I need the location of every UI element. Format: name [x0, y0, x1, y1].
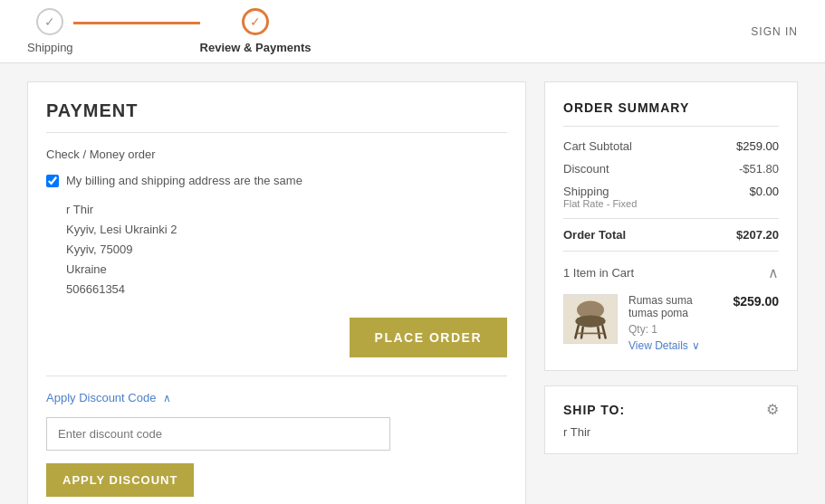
billing-checkbox-label: My billing and shipping address are the …: [66, 174, 302, 187]
cart-item-qty: Qty: 1: [628, 323, 722, 336]
address-country: Ukraine: [66, 260, 507, 280]
discount-label: Discount: [563, 162, 609, 176]
gear-icon[interactable]: ⚙: [766, 401, 779, 418]
divider-1: [46, 132, 507, 133]
right-panel: ORDER SUMMARY Cart Subtotal $259.00 Disc…: [544, 81, 798, 504]
step1-circle: ✓: [36, 8, 63, 35]
items-in-cart-label: 1 Item in Cart: [563, 266, 634, 280]
svg-line-2: [575, 326, 578, 338]
sign-in-link[interactable]: SIGN IN: [751, 25, 798, 38]
shipping-label-block: Shipping Flat Rate - Fixed: [563, 185, 637, 209]
cart-item-info: Rumas suma tumas poma Qty: 1 View Detail…: [628, 294, 722, 352]
payment-method-label: Check / Money order: [46, 147, 507, 161]
cart-subtotal-row: Cart Subtotal $259.00: [563, 139, 779, 153]
cart-items-section: 1 Item in Cart ∧: [563, 251, 779, 352]
step-connector: [73, 22, 200, 24]
ship-to-header: SHIP TO: ⚙: [563, 401, 779, 418]
chevron-up-cart-icon: ∧: [768, 264, 779, 281]
cart-item-price: $259.00: [733, 294, 779, 309]
step2-label: Review & Payments: [200, 41, 312, 54]
step-review: ✓ Review & Payments: [200, 8, 312, 54]
svg-line-4: [581, 327, 583, 338]
discount-row: Discount -$51.80: [563, 162, 779, 176]
shipping-sub-label: Flat Rate - Fixed: [563, 198, 637, 209]
step-shipping: ✓ Shipping: [27, 8, 73, 54]
checkmark-active-icon: ✓: [250, 14, 261, 29]
address-block: r Thir Kyyiv, Lesi Ukrainki 2 Kyyiv, 750…: [66, 200, 507, 300]
view-details-link[interactable]: View Details ∨: [628, 339, 722, 352]
shipping-value: $0.00: [749, 185, 779, 198]
svg-point-1: [575, 315, 605, 327]
apply-discount-button[interactable]: APPLY DISCOUNT: [46, 463, 194, 497]
order-total-row: Order Total $207.20: [563, 218, 779, 242]
cart-subtotal-value: $259.00: [736, 139, 779, 153]
billing-checkbox-row: My billing and shipping address are the …: [46, 174, 507, 187]
discount-section: Apply Discount Code ∧ APPLY DISCOUNT: [46, 376, 507, 497]
ship-to-name: r Thir: [563, 425, 779, 439]
cart-item-name: Rumas suma tumas poma: [628, 294, 722, 319]
address-name: r Thir: [66, 200, 507, 220]
discount-code-input[interactable]: [46, 417, 390, 451]
address-city: Kyyiv, 75009: [66, 240, 507, 260]
ship-to-title: SHIP TO:: [563, 403, 625, 417]
cart-item: Rumas suma tumas poma Qty: 1 View Detail…: [563, 294, 779, 352]
address-street: Kyyiv, Lesi Ukrainki 2: [66, 220, 507, 240]
shipping-row: Shipping Flat Rate - Fixed $0.00: [563, 185, 779, 209]
place-order-button[interactable]: PLACE ORDER: [350, 318, 507, 357]
view-details-label: View Details: [628, 339, 688, 352]
discount-toggle-label: Apply Discount Code: [46, 391, 156, 404]
top-bar: ✓ Shipping ✓ Review & Payments SIGN IN: [0, 0, 825, 63]
svg-line-3: [602, 326, 605, 338]
cart-item-image: [563, 294, 618, 344]
discount-value: -$51.80: [739, 162, 779, 176]
main-container: PAYMENT Check / Money order My billing a…: [0, 63, 825, 504]
order-summary-title: ORDER SUMMARY: [563, 100, 779, 127]
place-order-row: PLACE ORDER: [46, 318, 507, 357]
billing-checkbox[interactable]: [46, 175, 59, 187]
chevron-up-icon: ∧: [163, 392, 171, 404]
shipping-label: Shipping: [563, 185, 609, 198]
left-panel: PAYMENT Check / Money order My billing a…: [27, 81, 526, 504]
order-total-value: $207.20: [736, 228, 779, 242]
chevron-down-icon: ∨: [692, 339, 700, 352]
chair-svg: [568, 298, 613, 341]
discount-toggle-row[interactable]: Apply Discount Code ∧: [46, 391, 507, 404]
step2-circle: ✓: [242, 8, 269, 35]
ship-to-box: SHIP TO: ⚙ r Thir: [544, 385, 798, 454]
cart-subtotal-label: Cart Subtotal: [563, 139, 632, 153]
stepper: ✓ Shipping ✓ Review & Payments: [27, 8, 311, 54]
order-total-label: Order Total: [563, 228, 626, 242]
checkmark-icon: ✓: [44, 14, 55, 29]
address-phone: 506661354: [66, 280, 507, 300]
payment-title: PAYMENT: [46, 100, 507, 121]
order-summary-box: ORDER SUMMARY Cart Subtotal $259.00 Disc…: [544, 81, 798, 371]
cart-items-header[interactable]: 1 Item in Cart ∧: [563, 264, 779, 281]
step1-label: Shipping: [27, 41, 73, 54]
svg-line-5: [598, 327, 600, 338]
